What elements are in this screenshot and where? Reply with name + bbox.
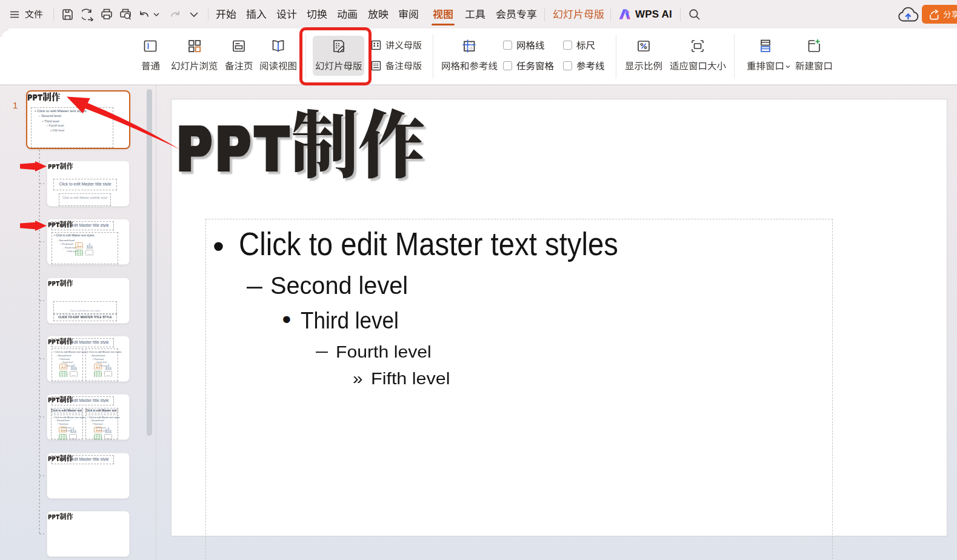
placeholder-chart-icon	[104, 363, 112, 370]
thumbnail-layout-section-header[interactable]: Click to edit Master text stylesCLICK TO…	[47, 278, 130, 324]
handout-master-icon	[371, 40, 381, 50]
share-button[interactable]	[922, 5, 957, 24]
thumbnail-layout-title-slide[interactable]: Click to edit Master title styleClick to…	[47, 161, 130, 207]
redo-button[interactable]	[167, 0, 183, 28]
undo-button[interactable]	[137, 0, 152, 28]
wps-ai-button[interactable]: WPS AI	[617, 0, 673, 28]
thumb-bullet-text: Third level	[59, 423, 68, 425]
wps-presentation-window: WPS AI 1 • Click to	[0, 0, 957, 560]
share-label	[943, 10, 957, 19]
menu-tools-label	[465, 9, 485, 19]
master-body-placeholder[interactable]	[205, 219, 833, 560]
main-menu-button[interactable]	[6, 0, 23, 28]
menu-animations-label	[337, 9, 358, 19]
placeholder-media-icon	[104, 434, 112, 440]
print-button[interactable]	[98, 0, 115, 28]
arrange-windows[interactable]	[744, 34, 787, 78]
bullet-marker: –	[316, 341, 328, 361]
undo-dropdown[interactable]	[152, 0, 161, 28]
content-icons-right	[94, 426, 112, 440]
hamburger-icon	[10, 10, 19, 19]
view-notes-page[interactable]	[224, 34, 254, 78]
title-toolbar: WPS AI	[0, 0, 957, 28]
thumb-bullet-text: Click to edit Master text styles	[54, 416, 85, 419]
save-button[interactable]	[59, 0, 76, 28]
cloud-upload-button[interactable]	[896, 0, 919, 28]
thumbnail-layout-comparison[interactable]: Click to edit Master title styleClick to…	[47, 394, 130, 440]
grid-and-guides[interactable]	[445, 34, 493, 78]
search-button[interactable]	[685, 0, 703, 28]
thumb-bullet-marker: •	[59, 358, 59, 361]
placeholder-media-icon	[70, 371, 78, 377]
view-normal[interactable]	[134, 34, 167, 78]
menu-tools[interactable]	[465, 0, 485, 28]
notes-master-button[interactable]	[371, 61, 422, 71]
checkbox-task-pane-box[interactable]	[503, 61, 512, 70]
slide-editing-canvas[interactable]: • Click to edit Master text styles – Sec…	[156, 85, 957, 560]
title-slide-subtitle-text: Click to edit Master subtitle style	[59, 196, 111, 199]
arrange-windows-icon	[758, 39, 773, 53]
checkbox-grid-lines[interactable]	[503, 41, 545, 50]
view-reading[interactable]	[261, 34, 296, 78]
checkbox-guides-box[interactable]	[563, 61, 572, 70]
menu-review[interactable]	[398, 0, 419, 28]
view-slide-master[interactable]	[313, 36, 364, 76]
grid-and-guides-icon	[462, 39, 476, 53]
thumb-bullet-line: » Fifth level	[50, 129, 64, 132]
slide-master-page[interactable]: • Click to edit Master text styles – Sec…	[172, 99, 947, 536]
chevron-down-icon	[189, 10, 199, 19]
menu-animations[interactable]	[337, 0, 358, 28]
handout-master-button[interactable]	[371, 40, 422, 50]
placeholder-chart-icon	[69, 426, 77, 433]
new-window[interactable]	[795, 34, 833, 78]
fit-window[interactable]	[670, 34, 725, 78]
thumb-bullet-text: Third level	[60, 358, 70, 361]
mode-slide-master-label[interactable]	[552, 0, 605, 28]
menu-view[interactable]	[433, 0, 453, 28]
bullet-marker: •	[213, 227, 224, 265]
wps-ai-label: WPS AI	[635, 8, 672, 21]
placeholder-table-icon	[94, 371, 102, 377]
checkbox-task-pane[interactable]	[503, 61, 554, 71]
bullet-text: Second level	[270, 272, 408, 300]
placeholder-chart-icon	[104, 426, 112, 433]
print-preview-button[interactable]	[117, 0, 134, 28]
menu-transitions[interactable]	[307, 0, 327, 28]
placeholder-table-icon	[94, 434, 102, 440]
checkbox-guides[interactable]	[563, 61, 605, 71]
menu-insert[interactable]	[246, 0, 267, 28]
menu-home[interactable]	[216, 0, 236, 28]
panel-scrollbar[interactable]	[147, 89, 152, 436]
menu-slideshow[interactable]	[368, 0, 388, 28]
more-commands-button[interactable]	[187, 0, 201, 28]
notes-master-icon	[371, 61, 381, 71]
thumbnail-layout-title-only[interactable]: Click to edit Master title style	[47, 453, 130, 499]
bullet-text: Click to edit Master text styles	[239, 226, 618, 263]
thumb-bullet-text: Second level	[41, 114, 61, 118]
thumb-bullet-text: Second level	[92, 419, 104, 422]
title-slide-title-text: Click to edit Master title style	[53, 182, 117, 186]
checkbox-grid-lines-box[interactable]	[503, 41, 512, 50]
file-menu-button[interactable]	[22, 0, 46, 28]
placeholder-image-icon	[59, 364, 67, 370]
thumb-bullet-text: Second level	[58, 355, 71, 357]
checkbox-ruler[interactable]	[563, 41, 595, 50]
thumbnail-master[interactable]: • Click to edit Master text styles– Seco…	[26, 90, 130, 149]
checkbox-ruler-box[interactable]	[563, 41, 572, 50]
cloud-upload-icon	[897, 5, 919, 24]
notes-master-label	[385, 61, 422, 70]
save-icon	[62, 8, 75, 21]
output-button[interactable]	[79, 0, 96, 28]
thumbnail-layout-title-and-content[interactable]: Click to edit Master title style• Click …	[47, 219, 130, 265]
view-notes-page-label	[225, 61, 253, 71]
zoom-ratio[interactable]	[625, 34, 662, 78]
thumbnail-layout-blank[interactable]	[47, 511, 130, 557]
view-slide-sorter[interactable]	[171, 34, 218, 78]
thumbnail-layout-two-content[interactable]: Click to edit Master title style• Click …	[47, 336, 130, 382]
menu-premium[interactable]	[496, 0, 537, 28]
menu-design[interactable]	[276, 0, 297, 28]
view-notes-page-icon	[232, 39, 246, 53]
menu-review-label	[398, 9, 419, 19]
thumb-bullet-text: Third level	[94, 358, 104, 361]
handout-master-label	[385, 41, 422, 50]
